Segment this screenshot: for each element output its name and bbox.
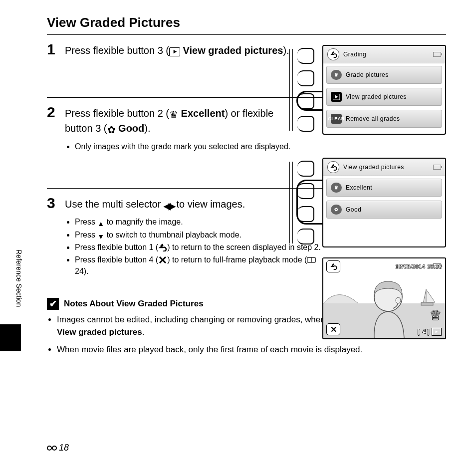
step-2-text: Press flexible button 2 (♛ Excellent) or… [65,107,294,137]
close-icon: ✕ [326,323,340,335]
text: Press flexible button 1 ( [75,243,158,251]
back-icon [327,48,339,60]
menu-label: Grade pictures [346,71,389,78]
rosette-icon: ✿ [107,123,116,137]
flex-button-2 [297,70,314,86]
text: to magnify the image. [104,218,183,226]
menu-label: View graded pictures [346,93,407,100]
manual-page: View Graded Pictures 1 Press flexible bu… [0,0,476,476]
text: 4 ] [423,328,429,335]
step-number: 1 [47,42,65,57]
text: 24). [75,267,89,275]
svg-marker-0 [173,50,177,54]
bullet: Press flexible button 4 () to return to … [75,254,324,277]
battery-icon [433,165,441,170]
playback-preview: 15/05/2014 15:30 ♕ ✕ [ 4 ] [322,257,446,339]
step-1-text: Press flexible button 3 ( View graded pi… [65,44,294,57]
left-right-icon: ◀▶ [164,200,174,212]
menu-item-excellent: ♛ Excellent [326,179,442,197]
bullet: Press ▲ to magnify the image. [75,216,324,228]
step-2: 2 Press flexible button 2 (♛ Excellent) … [47,105,446,153]
svg-rect-12 [421,302,433,305]
down-icon: ▼ [97,233,104,240]
reference-icon [47,445,58,452]
playback-icon [331,92,342,102]
text: Press [75,231,97,239]
bullet: Press flexible button 1 () to return to … [75,241,324,253]
step-3-text: Use the multi selector ◀▶ to view images… [65,198,324,212]
flex-button-1 [297,48,314,64]
screen-header: View graded pictures [323,159,445,176]
menu-label: Excellent [346,184,372,191]
page-ref-icon [307,256,316,264]
flex-button-1 [297,161,314,177]
playback-icon [432,328,441,335]
battery-icon [433,263,441,268]
text: to switch to thumbnail playback mode. [104,231,241,239]
svg-marker-16 [436,331,438,333]
close-icon [158,256,167,264]
text-bold: View graded pictures [183,45,283,56]
bullet: Press ▼ to switch to thumbnail playback … [75,229,324,240]
text: Use the multi selector [65,199,164,210]
notes-heading: Notes About View Graded Pictures [64,299,204,309]
text-bold: View graded pictures [57,327,142,337]
divider [47,34,446,35]
step-number: 2 [47,105,65,120]
back-icon [158,243,167,251]
step-number: 3 [47,196,65,211]
text: Press [75,218,97,226]
svg-point-18 [52,446,56,450]
text: Press flexible button 3 ( [65,45,169,56]
crown-icon: ♕ [430,308,441,323]
svg-point-17 [47,446,51,450]
page-title: View Graded Pictures [47,15,446,30]
crown-icon: ♛ [331,70,342,80]
page-number: 18 [47,443,69,453]
side-tab: Reference Section [0,249,23,307]
text: Press flexible button 2 ( [65,108,169,119]
screen-title: View graded pictures [343,164,404,171]
text-bold: Excellent [181,108,225,119]
text: [ [418,328,419,335]
crown-icon: ♛ [331,183,342,193]
menu-item-grade-pictures: ♛ Grade pictures [326,66,442,84]
step-2-bullet: Only images with the grade mark you sele… [75,141,294,152]
crown-icon: ♛ [169,108,178,122]
text: ). [144,123,150,134]
text: . [142,327,145,337]
note-item: When movie files are played back, only t… [57,344,446,356]
playback-icon [169,47,180,56]
text: ) to return to the screen displayed in s… [167,243,321,251]
screen-header: Grading [323,46,445,63]
thumb-index [0,324,21,351]
up-icon: ▲ [97,220,104,227]
image-count: [ 4 ] [418,328,441,335]
text: ) to return to full-frame playback mode … [167,255,307,264]
svg-point-14 [396,297,401,303]
battery-icon [433,52,441,57]
text-bold: Good [118,123,144,134]
section-label: Reference Section [15,249,23,307]
text: Press flexible button 4 ( [75,255,158,264]
check-icon: ✔ [47,298,59,310]
back-icon [326,260,340,272]
screen-title: Grading [343,51,366,58]
back-icon [327,161,339,173]
menu-item-view-graded: View graded pictures [326,88,442,106]
text: to view images. [174,199,245,210]
page-number-value: 18 [59,443,69,453]
